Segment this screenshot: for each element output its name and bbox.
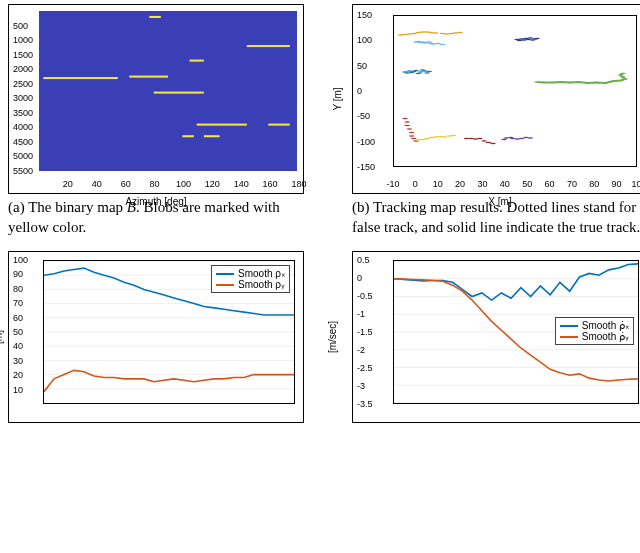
svg-rect-8 [182,135,193,137]
caption-a-prefix: (a) The binary map [8,199,127,215]
svg-point-103 [620,73,626,74]
svg-point-99 [618,80,624,81]
svg-point-56 [420,139,426,140]
svg-point-91 [550,82,556,83]
xlabel-a: Azimuth [deg] [125,196,186,207]
svg-point-92 [558,81,564,82]
svg-point-46 [426,71,432,72]
svg-point-52 [409,135,415,136]
plot-smooth-velocity: Smooth ρ̇ₓ Smooth ρ̇ᵧ [m/sec] -3.5-3-2.5… [352,251,640,423]
chart-area-a [39,11,297,171]
plot-tracking-map: Y [m] X [m] -100102030405060708090100 -1… [352,4,640,194]
legend-label-d1: Smooth ρ̇ₓ [582,320,629,331]
svg-point-51 [409,132,415,133]
legend-label-c1: Smooth ρₓ [238,268,285,279]
svg-point-48 [404,121,410,122]
svg-point-95 [585,82,591,83]
svg-point-90 [541,82,547,83]
svg-point-61 [442,136,448,137]
svg-point-101 [620,76,626,77]
svg-point-98 [611,80,617,81]
svg-point-96 [594,82,600,83]
legend-swatch-orange [560,336,578,338]
svg-point-45 [424,72,430,73]
panel-a: Time samples [n] Azimuth [deg] 204060801… [8,4,304,237]
chart-area-b [393,15,637,167]
svg-rect-4 [129,76,168,78]
svg-point-41 [415,73,421,74]
svg-point-70 [490,143,496,144]
svg-point-63 [451,135,457,136]
svg-point-69 [486,142,492,143]
svg-rect-0 [149,16,160,18]
svg-point-67 [477,138,483,139]
svg-point-50 [407,128,413,129]
svg-point-40 [413,70,419,71]
panel-d: Smooth ρ̇ₓ Smooth ρ̇ᵧ [m/sec] -3.5-3-2.5… [352,251,640,423]
svg-point-18 [433,32,439,33]
svg-rect-5 [154,92,204,94]
legend-row-c1: Smooth ρₓ [216,268,285,279]
svg-point-78 [528,137,534,138]
svg-point-42 [418,71,424,72]
svg-point-23 [457,32,463,33]
svg-rect-1 [247,45,290,47]
panel-c: Smooth ρₓ Smooth ρᵧ [m] 1020304050607080… [8,251,304,423]
svg-point-89 [534,81,540,82]
legend-swatch-blue [216,273,234,275]
top-row: Time samples [n] Azimuth [deg] 204060801… [8,4,640,237]
heatmap-svg [39,11,297,171]
legend-label-d2: Smooth ρ̇ᵧ [582,331,629,342]
svg-point-53 [411,138,417,139]
scatter-svg [394,16,636,166]
ylabel-b: Y [m] [332,87,343,110]
svg-point-30 [426,41,432,42]
figure-grid: Time samples [n] Azimuth [deg] 204060801… [0,0,640,441]
svg-point-85 [528,37,534,38]
svg-rect-2 [190,60,204,62]
chart-area-c: Smooth ρₓ Smooth ρᵧ [43,260,295,404]
svg-point-49 [404,125,410,126]
svg-point-93 [567,82,573,83]
plot-smooth-position: Smooth ρₓ Smooth ρᵧ [m] 1020304050607080… [8,251,304,423]
svg-point-34 [440,44,446,45]
svg-rect-3 [43,77,118,79]
bottom-row: Smooth ρₓ Smooth ρᵧ [m] 1020304050607080… [8,251,640,423]
svg-rect-7 [268,124,290,126]
svg-rect-9 [204,135,220,137]
xlabel-b: X [m] [488,196,511,207]
ylabel-d: [m/sec] [327,321,338,353]
svg-point-76 [519,138,525,139]
svg-point-68 [481,140,487,141]
svg-point-71 [501,139,507,140]
legend-swatch-blue [560,325,578,327]
plot-binary-map: Time samples [n] Azimuth [deg] 204060801… [8,4,304,194]
svg-point-88 [534,38,540,39]
legend-row-d1: Smooth ρ̇ₓ [560,320,629,331]
svg-point-102 [618,74,624,75]
svg-point-33 [435,43,441,44]
svg-point-94 [576,81,582,82]
ylabel-c: [m] [0,330,4,344]
legend-row-d2: Smooth ρ̇ᵧ [560,331,629,342]
legend-swatch-orange [216,284,234,286]
svg-point-57 [424,138,430,139]
legend-d: Smooth ρ̇ₓ Smooth ρ̇ᵧ [555,317,634,345]
legend-c: Smooth ρₓ Smooth ρᵧ [211,265,290,293]
legend-label-c2: Smooth ρᵧ [238,279,285,290]
svg-point-13 [411,33,417,34]
svg-point-97 [602,82,608,83]
chart-area-d: Smooth ρ̇ₓ Smooth ρ̇ᵧ [393,260,639,404]
panel-b: Y [m] X [m] -100102030405060708090100 -1… [352,4,640,237]
svg-point-47 [402,118,408,119]
svg-point-100 [622,78,628,79]
svg-rect-6 [197,124,247,126]
legend-row-c2: Smooth ρᵧ [216,279,285,290]
